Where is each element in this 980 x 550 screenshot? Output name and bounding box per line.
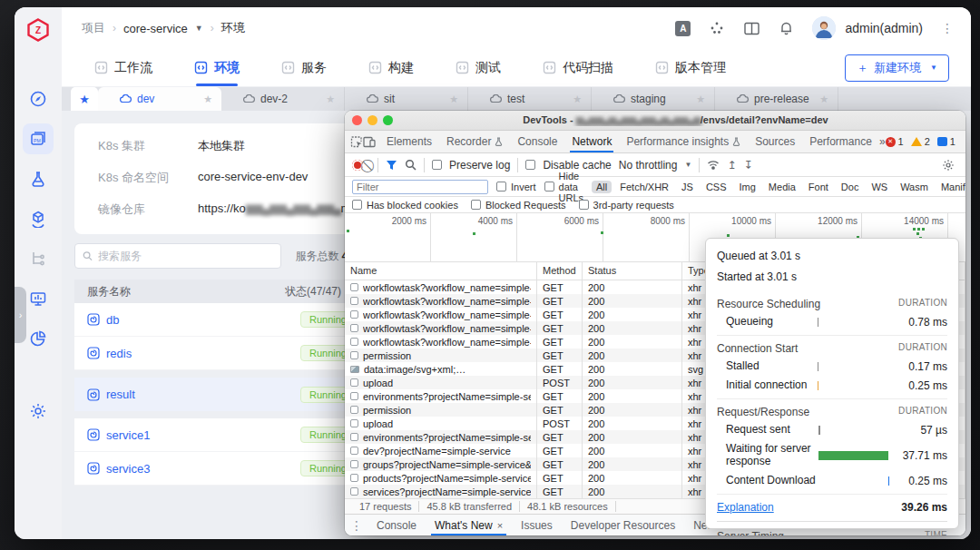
nav-tab[interactable]: 构建 xyxy=(363,49,419,86)
more-icon[interactable]: ⋮ xyxy=(941,21,955,35)
hide-data-urls-checkbox[interactable] xyxy=(544,182,554,192)
user-avatar[interactable] xyxy=(812,16,836,40)
disable-cache-checkbox[interactable] xyxy=(525,160,535,170)
chevron-down-icon[interactable]: ▼ xyxy=(684,161,691,169)
drawer-more-icon[interactable]: ⋮ xyxy=(350,518,364,533)
request-checkbox[interactable] xyxy=(350,460,358,468)
star-icon[interactable]: ★ xyxy=(449,93,458,105)
network-settings-icon[interactable] xyxy=(938,156,958,174)
request-checkbox[interactable] xyxy=(350,447,358,455)
service-row[interactable]: result Running xyxy=(74,378,368,411)
resource-type-chip[interactable]: Fetch/XHR xyxy=(615,181,673,193)
inspect-element-icon[interactable] xyxy=(350,133,363,151)
request-checkbox[interactable] xyxy=(350,378,358,387)
report-pie-icon[interactable] xyxy=(23,323,54,354)
new-environment-button[interactable]: ＋ 新建环境 ▼ xyxy=(845,54,949,82)
column-method[interactable]: Method xyxy=(537,262,583,280)
environment-tab[interactable]: dev ★ xyxy=(98,87,221,111)
devtools-tab[interactable]: Elements xyxy=(379,131,439,152)
request-checkbox[interactable] xyxy=(350,487,358,496)
drawer-tab[interactable]: Issues xyxy=(512,515,562,535)
request-checkbox[interactable] xyxy=(350,406,358,414)
service-name-link[interactable]: redis xyxy=(106,347,132,360)
monitor-icon[interactable] xyxy=(23,283,54,314)
zoom-window-button[interactable] xyxy=(383,115,393,125)
close-icon[interactable]: × xyxy=(497,520,503,531)
extra-filter[interactable]: Has blocked cookies xyxy=(352,200,458,211)
environment-tab[interactable]: test ★ xyxy=(468,87,592,111)
drawer-tab[interactable]: Developer Resources xyxy=(562,515,684,535)
devtools-titlebar[interactable]: DevTools - ▆▄▆▆▄▆▄▆▆▄▆▆▄▆▄▆▆▄▆/envs/deta… xyxy=(345,111,965,131)
request-checkbox[interactable] xyxy=(350,433,358,441)
breadcrumb-project-name[interactable]: core-service xyxy=(123,22,188,35)
service-row[interactable]: redis Running xyxy=(74,337,368,370)
request-checkbox[interactable] xyxy=(350,419,358,427)
explanation-link[interactable]: Explanation xyxy=(717,501,774,514)
request-checkbox[interactable] xyxy=(350,351,358,359)
apps-icon[interactable] xyxy=(709,20,725,36)
column-status[interactable]: Status xyxy=(583,262,682,280)
invert-filter[interactable]: Invert xyxy=(496,182,536,192)
nav-tab[interactable]: 环境 xyxy=(189,49,245,86)
request-checkbox[interactable] xyxy=(350,392,358,400)
app-logo[interactable]: Z xyxy=(26,18,50,42)
error-badge[interactable]: ✕1 xyxy=(886,136,904,147)
service-row[interactable]: service3 Running xyxy=(74,452,368,486)
devtools-settings-icon[interactable] xyxy=(963,133,965,151)
service-name-link[interactable]: service3 xyxy=(106,462,150,476)
extra-filter-checkbox[interactable] xyxy=(352,200,362,210)
throttling-select[interactable]: No throttling xyxy=(619,159,678,172)
extra-filter-checkbox[interactable] xyxy=(579,200,589,210)
docs-icon[interactable] xyxy=(743,20,760,36)
sidebar-collapse-handle[interactable]: › xyxy=(15,287,26,343)
record-network-log-button[interactable] xyxy=(352,160,363,171)
resource-type-chip[interactable]: All xyxy=(592,181,612,193)
minimize-window-button[interactable] xyxy=(368,115,377,125)
export-har-icon[interactable]: ↧ xyxy=(743,159,752,172)
resource-type-chip[interactable]: Img xyxy=(735,181,760,193)
bell-icon[interactable] xyxy=(778,20,794,36)
favorite-filter-button[interactable]: ★ xyxy=(71,87,98,111)
environment-tab[interactable]: pre-release ★ xyxy=(715,87,838,111)
invert-checkbox[interactable] xyxy=(496,182,506,192)
devtools-tab[interactable]: Sources xyxy=(748,131,802,152)
environment-tab[interactable]: staging ★ xyxy=(592,87,715,111)
service-search-input[interactable] xyxy=(98,250,273,262)
request-checkbox[interactable] xyxy=(350,297,358,305)
nav-tab[interactable]: 版本管理 xyxy=(650,49,731,86)
service-name-link[interactable]: result xyxy=(106,388,135,401)
search-network-icon[interactable] xyxy=(405,159,416,171)
preserve-log-checkbox[interactable] xyxy=(432,160,442,170)
nav-tab[interactable]: 测试 xyxy=(450,49,506,86)
devtools-tab[interactable]: Console xyxy=(510,131,564,152)
projects-icon[interactable]: PM xyxy=(23,123,54,154)
star-icon[interactable]: ★ xyxy=(819,93,828,105)
resource-type-chip[interactable]: JS xyxy=(677,181,698,193)
resource-type-chip[interactable]: Doc xyxy=(837,181,864,193)
request-checkbox[interactable] xyxy=(350,338,358,346)
environment-tab[interactable]: dev-2 ★ xyxy=(221,87,345,111)
device-toolbar-icon[interactable] xyxy=(363,133,376,151)
nav-tab[interactable]: 服务 xyxy=(276,49,332,86)
resource-type-chip[interactable]: CSS xyxy=(701,181,731,193)
service-name-link[interactable]: db xyxy=(106,313,119,327)
devtools-tab[interactable]: Performance insights xyxy=(619,131,748,152)
request-checkbox[interactable] xyxy=(350,474,358,482)
service-row[interactable]: db Running xyxy=(74,303,368,337)
star-icon[interactable]: ★ xyxy=(326,93,335,105)
dashboard-icon[interactable] xyxy=(23,83,54,114)
network-conditions-icon[interactable] xyxy=(707,160,720,170)
drawer-tab[interactable]: What's New × xyxy=(426,515,512,535)
more-tabs-icon[interactable]: » xyxy=(879,135,886,148)
breadcrumb-project-label[interactable]: 项目 xyxy=(82,20,105,36)
nav-tab[interactable]: 代码扫描 xyxy=(537,49,619,86)
extra-filter[interactable]: Blocked Requests xyxy=(471,200,566,211)
star-icon[interactable]: ★ xyxy=(203,93,212,105)
column-name[interactable]: Name xyxy=(345,262,537,280)
star-icon[interactable]: ★ xyxy=(696,93,705,105)
issues-badge[interactable]: 1 xyxy=(937,136,956,147)
resource-type-chip[interactable]: Manifest xyxy=(936,181,965,193)
resource-type-chip[interactable]: Font xyxy=(804,181,833,193)
import-har-icon[interactable]: ↥ xyxy=(727,159,736,172)
drawer-tab[interactable]: Console xyxy=(368,515,426,535)
